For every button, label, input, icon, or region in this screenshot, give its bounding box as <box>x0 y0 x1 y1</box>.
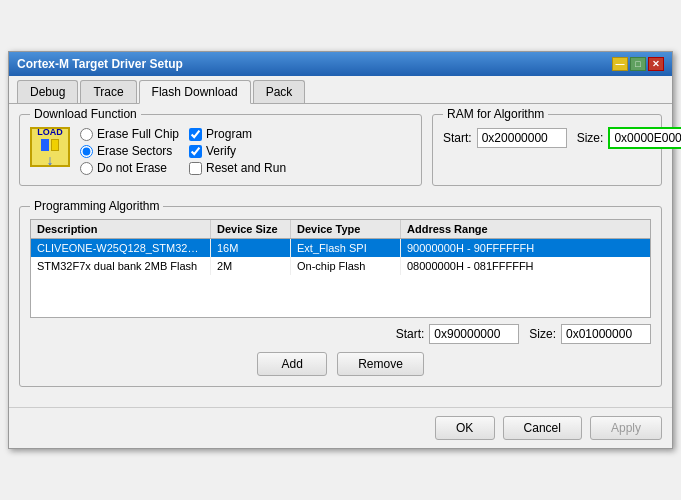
row2-address-range: 08000000H - 081FFFFFH <box>401 257 650 275</box>
algo-start-input[interactable] <box>429 324 519 344</box>
reset-run-option[interactable]: Reset and Run <box>189 161 286 175</box>
tab-pack[interactable]: Pack <box>253 80 306 103</box>
erase-sectors-radio[interactable] <box>80 145 93 158</box>
remove-button[interactable]: Remove <box>337 352 424 376</box>
algo-start-field: Start: <box>396 324 520 344</box>
content-area: Download Function LOAD ↓ <box>9 104 672 407</box>
table-body: CLIVEONE-W25Q128_STM32F7... 16M Ext_Flas… <box>30 238 651 318</box>
col-device-type: Device Type <box>291 220 401 238</box>
row1-address-range: 90000000H - 90FFFFFFH <box>401 239 650 257</box>
title-bar-buttons: — □ ✕ <box>612 57 664 71</box>
program-option[interactable]: Program <box>189 127 286 141</box>
col-address-range: Address Range <box>401 220 650 238</box>
algorithm-table: Description Device Size Device Type Addr… <box>30 219 651 376</box>
algo-size-field: Size: <box>529 324 651 344</box>
erase-sectors-label: Erase Sectors <box>97 144 172 158</box>
ram-for-algorithm-group: RAM for Algorithm Start: Size: <box>432 114 662 186</box>
erase-sectors-option[interactable]: Erase Sectors <box>80 144 179 158</box>
programming-algorithm-title: Programming Algorithm <box>30 199 163 213</box>
ram-size-label: Size: <box>577 131 604 145</box>
program-checkbox[interactable] <box>189 128 202 141</box>
erase-full-radio[interactable] <box>80 128 93 141</box>
options-checkbox-group: Program Verify Reset and Run <box>189 127 286 175</box>
tabs-bar: Debug Trace Flash Download Pack <box>9 76 672 104</box>
ram-start-label: Start: <box>443 131 472 145</box>
row2-description: STM32F7x dual bank 2MB Flash <box>31 257 211 275</box>
minimize-button[interactable]: — <box>612 57 628 71</box>
download-function-content: LOAD ↓ Erase Full Chip <box>30 127 411 175</box>
col-device-size: Device Size <box>211 220 291 238</box>
tab-debug[interactable]: Debug <box>17 80 78 103</box>
ram-start-field: Start: <box>443 128 567 148</box>
do-not-erase-option[interactable]: Do not Erase <box>80 161 179 175</box>
window-title: Cortex-M Target Driver Setup <box>17 57 183 71</box>
table-row[interactable]: STM32F7x dual bank 2MB Flash 2M On-chip … <box>31 257 650 275</box>
erase-full-label: Erase Full Chip <box>97 127 179 141</box>
ram-fields: Start: Size: <box>443 127 651 149</box>
verify-checkbox[interactable] <box>189 145 202 158</box>
tab-trace[interactable]: Trace <box>80 80 136 103</box>
algo-size-input[interactable] <box>561 324 651 344</box>
table-header: Description Device Size Device Type Addr… <box>30 219 651 238</box>
footer: OK Cancel Apply <box>9 407 672 448</box>
main-window: Cortex-M Target Driver Setup — □ ✕ Debug… <box>8 51 673 449</box>
ram-title: RAM for Algorithm <box>443 107 548 121</box>
ram-size-field: Size: <box>577 127 681 149</box>
ok-button[interactable]: OK <box>435 416 495 440</box>
load-icon: LOAD ↓ <box>30 127 70 167</box>
row2-device-size: 2M <box>211 257 291 275</box>
ram-start-input[interactable] <box>477 128 567 148</box>
row1-description: CLIVEONE-W25Q128_STM32F7... <box>31 239 211 257</box>
program-label: Program <box>206 127 252 141</box>
reset-run-checkbox[interactable] <box>189 162 202 175</box>
programming-algorithm-group: Programming Algorithm Description Device… <box>19 206 662 387</box>
add-button[interactable]: Add <box>257 352 327 376</box>
row1-device-type: Ext_Flash SPI <box>291 239 401 257</box>
table-row[interactable]: CLIVEONE-W25Q128_STM32F7... 16M Ext_Flas… <box>31 239 650 257</box>
ram-size-input[interactable] <box>608 127 681 149</box>
add-remove-buttons: Add Remove <box>30 352 651 376</box>
row2-device-type: On-chip Flash <box>291 257 401 275</box>
verify-option[interactable]: Verify <box>189 144 286 158</box>
maximize-button[interactable]: □ <box>630 57 646 71</box>
row1-device-size: 16M <box>211 239 291 257</box>
erase-radio-group: Erase Full Chip Erase Sectors Do not Era… <box>80 127 179 175</box>
algo-size-label: Size: <box>529 327 556 341</box>
verify-label: Verify <box>206 144 236 158</box>
tab-flash-download[interactable]: Flash Download <box>139 80 251 104</box>
do-not-erase-label: Do not Erase <box>97 161 167 175</box>
download-function-group: Download Function LOAD ↓ <box>19 114 422 186</box>
col-description: Description <box>31 220 211 238</box>
title-bar: Cortex-M Target Driver Setup — □ ✕ <box>9 52 672 76</box>
download-function-title: Download Function <box>30 107 141 121</box>
do-not-erase-radio[interactable] <box>80 162 93 175</box>
algo-bottom-fields: Start: Size: <box>30 324 651 344</box>
cancel-button[interactable]: Cancel <box>503 416 582 440</box>
apply-button[interactable]: Apply <box>590 416 662 440</box>
erase-full-chip-option[interactable]: Erase Full Chip <box>80 127 179 141</box>
algo-start-label: Start: <box>396 327 425 341</box>
reset-run-label: Reset and Run <box>206 161 286 175</box>
close-button[interactable]: ✕ <box>648 57 664 71</box>
